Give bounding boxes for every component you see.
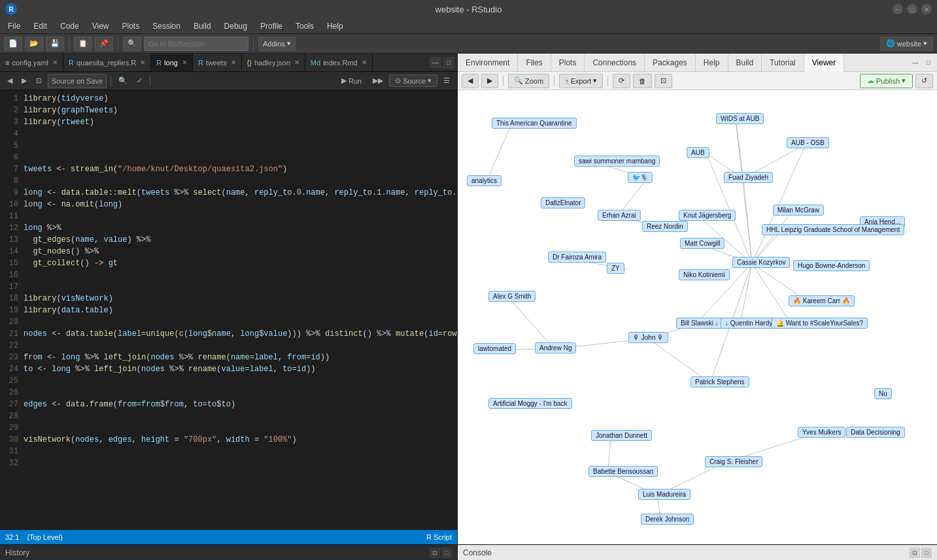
network-node-n1[interactable]: This American Quarantine bbox=[492, 118, 577, 129]
source-on-save-btn[interactable]: Source on Save bbox=[48, 74, 107, 88]
menu-session[interactable]: Session bbox=[150, 20, 183, 32]
right-maximize-btn[interactable]: □ bbox=[923, 57, 934, 69]
run-btn[interactable]: ▶ Run bbox=[336, 75, 367, 86]
network-node-n27[interactable]: 🎙 John 🎙 bbox=[628, 332, 668, 343]
tab-tutorial[interactable]: Tutorial bbox=[762, 54, 804, 72]
spellcheck-btn[interactable]: ✓ bbox=[133, 74, 146, 88]
menu-file[interactable]: File bbox=[5, 20, 23, 32]
menu-help[interactable]: Help bbox=[324, 20, 346, 32]
tab-tweets[interactable]: R tweets ✕ bbox=[193, 54, 242, 72]
tab-quaesita[interactable]: R quaesita_replies.R ✕ bbox=[63, 54, 151, 72]
tab-index[interactable]: Md index.Rmd ✕ bbox=[305, 54, 373, 72]
close-quaesita[interactable]: ✕ bbox=[140, 59, 145, 66]
forward-viewer-btn[interactable]: ▶ bbox=[481, 74, 498, 88]
close-hadley[interactable]: ✕ bbox=[294, 59, 299, 66]
network-node-n32[interactable]: Nu bbox=[874, 388, 892, 399]
show-in-window-btn[interactable]: ⊡ bbox=[33, 74, 45, 88]
network-node-n30[interactable]: Patrick Stephens bbox=[690, 376, 749, 387]
network-node-n29[interactable]: Andrew Ng bbox=[535, 342, 576, 354]
right-minimize-btn[interactable]: — bbox=[910, 57, 921, 69]
minimize-pane-btn[interactable]: — bbox=[430, 57, 441, 69]
network-node-n23[interactable]: Alex G Smith bbox=[488, 291, 536, 302]
save-btn[interactable]: 💾 bbox=[46, 37, 64, 51]
network-node-n2[interactable]: WiDS at AUB bbox=[716, 113, 764, 124]
close-long[interactable]: ✕ bbox=[182, 59, 187, 66]
back-viewer-btn[interactable]: ◀ bbox=[462, 74, 479, 88]
menu-plots[interactable]: Plots bbox=[120, 20, 143, 32]
network-node-n25[interactable]: ↓ Quentin Hardy bbox=[721, 318, 777, 329]
bottom-right-panel[interactable]: Console ⊡ □ bbox=[458, 545, 937, 560]
network-node-n24[interactable]: Bill Slawski ↓ bbox=[676, 318, 723, 329]
publish-btn[interactable]: ☁ Publish ▾ bbox=[860, 74, 913, 88]
forward-btn[interactable]: ▶ bbox=[18, 74, 30, 88]
tab-hadley[interactable]: {} hadley.json ✕ bbox=[242, 54, 305, 72]
tab-connections[interactable]: Connections bbox=[585, 54, 645, 72]
network-node-n39[interactable]: Derek Johnson bbox=[641, 514, 694, 525]
network-node-n35[interactable]: Data Decisioning bbox=[846, 427, 905, 438]
network-node-n37[interactable]: Babette Bensoussan bbox=[588, 466, 658, 477]
open-btn[interactable]: 📂 bbox=[25, 37, 43, 51]
network-node-n4[interactable]: AUB bbox=[687, 147, 709, 158]
more-options-btn[interactable]: ☰ bbox=[440, 74, 453, 88]
bottom-left-panel[interactable]: History ⊡ □ bbox=[0, 545, 458, 560]
find-btn[interactable]: 🔍 bbox=[123, 37, 141, 51]
tab-environment[interactable]: Environment bbox=[458, 54, 518, 72]
clear-btn[interactable]: 🗑 bbox=[633, 74, 652, 88]
search-editor-btn[interactable]: 🔍 bbox=[115, 74, 131, 88]
menu-tools[interactable]: Tools bbox=[293, 20, 316, 32]
tab-long[interactable]: R long ✕ bbox=[151, 54, 193, 72]
maximize-pane-btn[interactable]: □ bbox=[443, 57, 454, 69]
tab-config[interactable]: ≡ config.yaml ✕ bbox=[0, 54, 63, 72]
tab-help[interactable]: Help bbox=[696, 54, 728, 72]
tab-viewer[interactable]: Viewer bbox=[804, 54, 844, 72]
source-btn[interactable]: ⊙ Source ▾ bbox=[389, 74, 437, 87]
tab-files[interactable]: Files bbox=[518, 54, 551, 72]
minimize-btn[interactable]: ─ bbox=[893, 4, 903, 14]
close-tweets[interactable]: ✕ bbox=[231, 59, 236, 66]
network-node-n26[interactable]: 🔔 Want to #ScaleYourSales? bbox=[772, 318, 868, 329]
network-node-n22[interactable]: 🔥 Kareem Carr 🔥 bbox=[789, 295, 855, 306]
menu-profile[interactable]: Profile bbox=[258, 20, 285, 32]
network-node-n14[interactable]: HHL Leipzig Graduate School of Managemen… bbox=[762, 224, 904, 235]
close-index[interactable]: ✕ bbox=[362, 59, 367, 66]
network-node-n8[interactable]: 🐦🎙️ bbox=[628, 172, 653, 183]
network-node-n15[interactable]: Reez Nordin bbox=[642, 221, 688, 232]
network-node-n11[interactable]: Erhan Azrai bbox=[598, 210, 641, 221]
menu-edit[interactable]: Edit bbox=[31, 20, 50, 32]
network-node-n10[interactable]: DafizElnator bbox=[541, 197, 585, 208]
viewer-refresh-btn[interactable]: ↺ bbox=[915, 74, 933, 88]
copy-btn[interactable]: 📋 bbox=[74, 37, 92, 51]
close-btn[interactable]: ✕ bbox=[921, 4, 932, 14]
bottom-left-icon1[interactable]: ⊡ bbox=[430, 548, 440, 558]
network-node-n5[interactable]: Fuad Ziyadeh bbox=[724, 172, 773, 183]
network-node-n36[interactable]: Craig S. Fleisher bbox=[705, 456, 762, 467]
network-node-n33[interactable]: Jonathan Dunnett bbox=[591, 430, 652, 441]
bottom-left-icon2[interactable]: □ bbox=[441, 548, 452, 558]
bottom-right-icon1[interactable]: ⊡ bbox=[910, 548, 920, 558]
network-node-n31[interactable]: Artificial Moggy - I'm back bbox=[488, 398, 572, 409]
tab-packages[interactable]: Packages bbox=[645, 54, 696, 72]
tab-build[interactable]: Build bbox=[728, 54, 762, 72]
network-visualization[interactable]: This American QuarantineWiDS at AUBAUB -… bbox=[458, 90, 937, 544]
maximize-btn[interactable]: □ bbox=[907, 4, 917, 14]
network-node-n38[interactable]: Luis Madureira bbox=[638, 489, 690, 500]
network-node-n19[interactable]: Dr Fairoza Amira bbox=[548, 252, 606, 263]
menu-build[interactable]: Build bbox=[191, 20, 214, 32]
network-node-n9[interactable]: Milan McGraw bbox=[773, 205, 824, 216]
code-editor[interactable]: 1 library(tidyverse) 2 library(graphTwee… bbox=[0, 90, 457, 530]
menu-debug[interactable]: Debug bbox=[222, 20, 250, 32]
close-config[interactable]: ✕ bbox=[52, 59, 58, 66]
network-node-n28[interactable]: lawtomated bbox=[473, 343, 516, 354]
bottom-right-icon2[interactable]: □ bbox=[921, 548, 932, 558]
run-all-btn[interactable]: ▶▶ bbox=[369, 74, 386, 88]
export-btn[interactable]: ↑ Export ▾ bbox=[559, 74, 603, 88]
network-node-n6[interactable]: sawi summoner mambang bbox=[574, 156, 660, 167]
network-node-n7[interactable]: analytics bbox=[467, 175, 502, 186]
zoom-btn[interactable]: 🔍 Zoom bbox=[508, 74, 549, 88]
tab-plots[interactable]: Plots bbox=[551, 54, 585, 72]
network-node-n3[interactable]: AUB - OSB bbox=[787, 137, 829, 148]
new-file-btn[interactable]: 📄 bbox=[4, 37, 22, 51]
network-node-n12[interactable]: Knut Jägersberg bbox=[679, 210, 736, 221]
search-input[interactable] bbox=[144, 37, 248, 51]
network-node-n16[interactable]: Cassie Kozyrkov bbox=[732, 257, 790, 268]
